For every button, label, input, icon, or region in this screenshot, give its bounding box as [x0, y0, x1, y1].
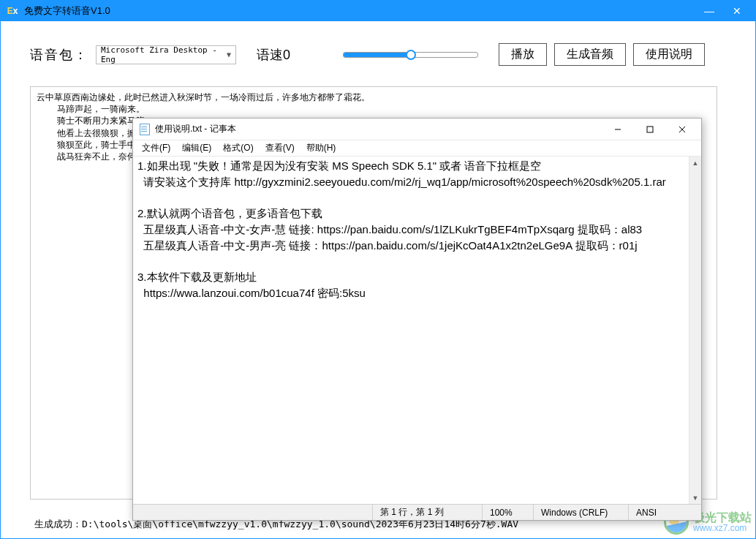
- notepad-minimize-button[interactable]: [602, 119, 634, 140]
- voice-select-value: Microsoft Zira Desktop - Eng: [101, 45, 227, 64]
- controls-row: 语音包： Microsoft Zira Desktop - Eng ▼ 语速0 …: [30, 43, 726, 66]
- svg-rect-1: [647, 127, 653, 132]
- notepad-maximize-button[interactable]: [634, 119, 666, 140]
- text-line: 云中草原西南边缘处，此时已然进入秋深时节，一场冷雨过后，许多地方都带了霜花。: [37, 91, 711, 103]
- notepad-titlebar[interactable]: 使用说明.txt - 记事本: [133, 118, 701, 140]
- status-line-ending: Windows (CRLF): [533, 505, 628, 520]
- notepad-icon: [139, 124, 151, 135]
- minimize-button[interactable]: —: [698, 3, 720, 19]
- app-logo-icon: Ex: [5, 4, 20, 18]
- status-cursor-position: 第 1 行，第 1 列: [372, 505, 482, 520]
- status-encoding: ANSI: [628, 505, 701, 520]
- notepad-close-button[interactable]: [666, 119, 698, 140]
- close-button[interactable]: ✕: [726, 3, 748, 19]
- scroll-up-arrow-icon[interactable]: ▲: [689, 157, 701, 169]
- voice-select[interactable]: Microsoft Zira Desktop - Eng ▼: [96, 45, 236, 64]
- usage-help-button[interactable]: 使用说明: [633, 43, 705, 66]
- generate-audio-button[interactable]: 生成音频: [554, 43, 626, 66]
- menu-view[interactable]: 查看(V): [260, 140, 300, 156]
- play-button[interactable]: 播放: [499, 43, 547, 66]
- slider-thumb[interactable]: [406, 50, 416, 60]
- menu-format[interactable]: 格式(O): [217, 140, 259, 156]
- menu-help[interactable]: 帮助(H): [300, 140, 342, 156]
- scroll-down-arrow-icon[interactable]: ▼: [689, 491, 701, 504]
- menu-file[interactable]: 文件(F): [136, 140, 176, 156]
- menu-edit[interactable]: 编辑(E): [176, 140, 217, 156]
- watermark-name: 极光下载站: [693, 511, 752, 524]
- speed-slider[interactable]: [343, 52, 478, 58]
- notepad-statusbar: 第 1 行，第 1 列 100% Windows (CRLF) ANSI: [133, 504, 701, 520]
- notepad-menubar: 文件(F) 编辑(E) 格式(O) 查看(V) 帮助(H): [133, 140, 701, 157]
- dropdown-arrow-icon: ▼: [227, 50, 231, 59]
- status-zoom: 100%: [482, 505, 533, 520]
- notepad-content[interactable]: 1.如果出现 "失败！通常是因为没有安装 MS Speech SDK 5.1" …: [133, 157, 701, 504]
- notepad-title: 使用说明.txt - 记事本: [155, 123, 602, 135]
- speed-label: 语速0: [257, 46, 290, 64]
- slider-fill: [344, 53, 411, 57]
- notepad-window[interactable]: 使用说明.txt - 记事本 文件(F) 编辑(E) 格式(O) 查看(V) 帮…: [132, 118, 702, 521]
- notepad-vertical-scrollbar[interactable]: ▲ ▼: [689, 157, 701, 504]
- app-title: 免费文字转语音V1.0: [24, 4, 698, 18]
- main-titlebar[interactable]: Ex 免费文字转语音V1.0 — ✕: [1, 1, 755, 21]
- watermark-url: www.xz7.com: [693, 524, 752, 533]
- text-line: 马蹄声起，一骑南来。: [37, 103, 711, 115]
- voice-pack-label: 语音包：: [30, 46, 88, 64]
